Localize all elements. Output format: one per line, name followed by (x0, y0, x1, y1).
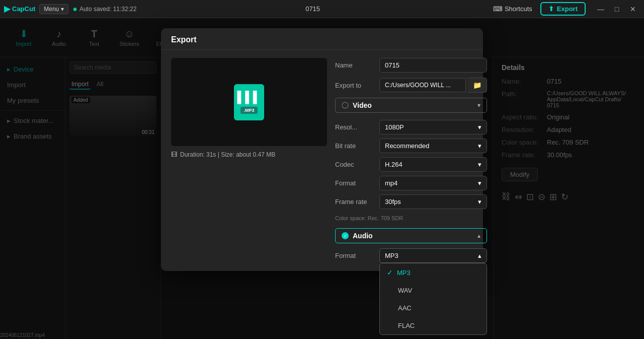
export-button[interactable]: ⬆ Export (540, 2, 586, 16)
framerate-label: Frame rate (335, 198, 375, 206)
audio-toggle-label: Audio (353, 232, 373, 240)
audio-chevron-icon: ▴ (477, 232, 480, 239)
audio-format-value: MP3 (385, 252, 398, 259)
app-name: CapCut (12, 5, 35, 13)
framerate-value: 30fps (385, 198, 401, 206)
shortcuts-label: Shortcuts (505, 5, 532, 13)
flac-option-label: FLAC (398, 322, 415, 329)
codec-chevron-icon: ▾ (478, 161, 481, 168)
name-field-input[interactable] (379, 58, 487, 73)
export-dialog: Export ▌▌▌ .MP3 🎞 Duration: 31s | Size: … (161, 28, 483, 271)
audio-section-toggle[interactable]: ✓ Audio ▴ (335, 228, 487, 243)
bitrate-chevron-icon: ▾ (478, 142, 481, 150)
project-id: 0715 (305, 5, 320, 13)
menu-label: Menu (44, 6, 59, 13)
maximize-icon: □ (615, 5, 619, 13)
format-video-label: Format (335, 179, 375, 187)
video-section-fields: Resol... 1080P ▾ Bit rate Recommended ▾ (335, 120, 487, 223)
mp3-label: .MP3 (240, 107, 257, 114)
codec-select[interactable]: H.264 ▾ (379, 157, 487, 172)
dialog-overlay: Export ▌▌▌ .MP3 🎞 Duration: 31s | Size: … (0, 18, 644, 339)
dialog-title: Export (171, 35, 197, 44)
maximize-button[interactable]: □ (610, 4, 624, 15)
format-video-field-row: Format mp4 ▾ (335, 176, 487, 190)
resolution-chevron-icon: ▾ (478, 123, 481, 131)
audio-format-chevron-icon: ▴ (478, 252, 481, 259)
project-id-display: 0715 (140, 5, 485, 13)
color-space-note: Color space: Rec. 709 SDR (335, 213, 487, 223)
shortcuts-button[interactable]: ⌨ Shortcuts (489, 3, 536, 15)
bitrate-field-row: Bit rate Recommended ▾ (335, 139, 487, 153)
export-path-input[interactable] (379, 78, 466, 92)
export-upload-icon: ⬆ (548, 5, 554, 13)
format-video-select[interactable]: mp4 ▾ (379, 176, 487, 190)
name-field-row: Name (335, 58, 487, 73)
framerate-select[interactable]: 30fps ▾ (379, 194, 487, 209)
preview-video: ▌▌▌ .MP3 (171, 58, 327, 146)
resolution-label: Resol... (335, 123, 375, 131)
dropdown-option-aac[interactable]: AAC (380, 299, 487, 317)
resolution-value: 1080P (385, 123, 404, 131)
music-bars-icon: ▌▌▌ (237, 91, 261, 104)
audio-toggle-check-icon: ✓ (344, 234, 347, 238)
audio-format-dropdown: ✓ MP3 WAV AAC (379, 263, 487, 335)
keyboard-icon: ⌨ (493, 5, 503, 13)
auto-save-dot-icon: ● (72, 5, 77, 14)
preview-info: 🎞 Duration: 31s | Size: about 0.47 MB (171, 151, 327, 158)
codec-label: Codec (335, 161, 375, 168)
audio-toggle-dot: ✓ (342, 232, 349, 239)
format-video-chevron-icon: ▾ (478, 179, 481, 187)
wav-option-label: WAV (398, 287, 412, 294)
export-label: Export (557, 5, 578, 13)
close-button[interactable]: ✕ (626, 4, 640, 15)
resolution-field-row: Resol... 1080P ▾ (335, 120, 487, 134)
framerate-chevron-icon: ▾ (478, 198, 481, 206)
film-icon: 🎞 (171, 151, 177, 158)
settings-section: Name Export to 📁 Video (327, 58, 487, 263)
dropdown-option-mp3[interactable]: ✓ MP3 (380, 263, 487, 282)
logo-icon: ▶ (4, 4, 10, 14)
dropdown-option-wav[interactable]: WAV (380, 282, 487, 299)
dropdown-option-flac[interactable]: FLAC (380, 317, 487, 334)
menu-chevron-icon: ▾ (61, 6, 64, 13)
video-toggle-dot (342, 102, 349, 109)
top-bar-right: ⌨ Shortcuts ⬆ Export — □ ✕ (489, 2, 640, 16)
audio-section-row: ✓ Audio ▴ (335, 228, 487, 243)
preview-section: ▌▌▌ .MP3 🎞 Duration: 31s | Size: about 0… (171, 58, 327, 263)
mp3-option-label: MP3 (397, 269, 411, 277)
audio-format-select[interactable]: MP3 ▴ (379, 248, 487, 263)
video-section-toggle[interactable]: Video ▾ (335, 98, 487, 113)
export-to-label: Export to (335, 82, 375, 89)
format-video-value: mp4 (385, 179, 397, 187)
audio-format-dropdown-wrapper: MP3 ▴ ✓ MP3 WAV (379, 248, 487, 263)
minimize-icon: — (597, 5, 604, 13)
video-chevron-icon: ▾ (477, 102, 480, 109)
aac-option-label: AAC (398, 304, 412, 312)
bitrate-label: Bit rate (335, 142, 375, 150)
video-toggle-label: Video (353, 101, 372, 109)
dialog-header: Export (161, 28, 483, 50)
preview-info-text: Duration: 31s | Size: about 0.47 MB (180, 151, 275, 158)
mp3-icon: ▌▌▌ .MP3 (234, 84, 264, 120)
folder-icon: 📁 (473, 81, 481, 89)
close-icon: ✕ (630, 5, 636, 13)
bitrate-select[interactable]: Recommended ▾ (379, 139, 487, 153)
app-logo: ▶ CapCut (4, 4, 35, 14)
bitrate-value: Recommended (385, 142, 429, 150)
mp3-check-icon: ✓ (387, 268, 393, 277)
menu-button[interactable]: Menu ▾ (39, 4, 68, 14)
resolution-select[interactable]: 1080P ▾ (379, 120, 487, 134)
top-bar: ▶ CapCut Menu ▾ ● Auto saved: 11:32:22 0… (0, 0, 644, 18)
minimize-button[interactable]: — (594, 4, 608, 15)
window-controls: — □ ✕ (594, 4, 640, 15)
browse-button[interactable]: 📁 (468, 78, 487, 93)
codec-field-row: Codec H.264 ▾ (335, 157, 487, 172)
export-to-path-row: 📁 (379, 78, 487, 93)
auto-save-status: ● Auto saved: 11:32:22 (72, 5, 136, 14)
framerate-field-row: Frame rate 30fps ▾ (335, 194, 487, 209)
auto-save-text: Auto saved: 11:32:22 (79, 6, 136, 13)
dialog-body: ▌▌▌ .MP3 🎞 Duration: 31s | Size: about 0… (161, 50, 483, 271)
codec-value: H.264 (385, 161, 403, 168)
export-to-field-row: Export to 📁 (335, 78, 487, 93)
audio-format-field-row: Format MP3 ▴ ✓ MP3 (335, 248, 487, 263)
